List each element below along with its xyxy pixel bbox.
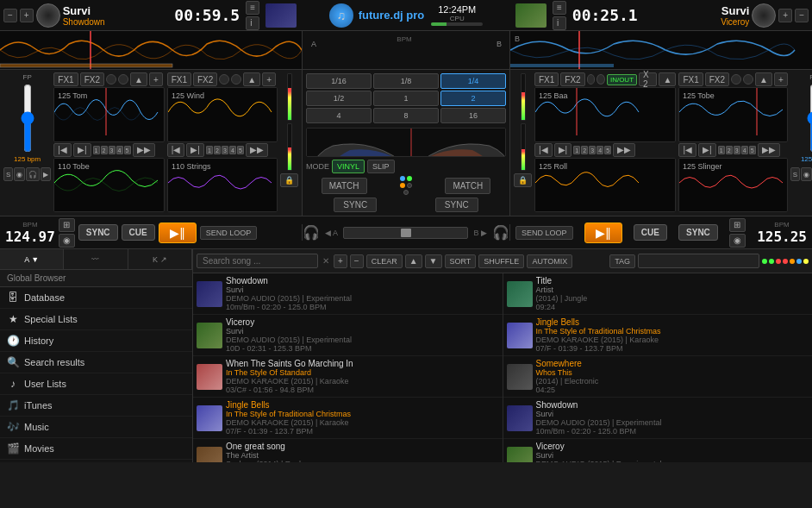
match-btn-left[interactable]: MATCH — [322, 178, 367, 194]
beat-2[interactable]: 2 — [440, 91, 506, 106]
beat-1-4[interactable]: 1/4 — [440, 73, 506, 89]
next-b[interactable]: ▶| — [554, 143, 572, 157]
knob4-b[interactable] — [743, 74, 753, 85]
btn-grid-a[interactable]: ⊞ — [59, 218, 75, 232]
sidebar-item-user-lists[interactable]: ♪ User Lists — [0, 373, 192, 395]
clear-btn[interactable]: CLEAR — [366, 254, 403, 268]
pitch-slider-b[interactable] — [808, 84, 812, 153]
btn-s-b[interactable]: S — [790, 167, 800, 181]
arrow-down2-a[interactable]: + — [262, 72, 276, 86]
x2-btn-b[interactable]: X 2 — [639, 72, 657, 86]
track-row[interactable]: ShowdownSurviDEMO AUDIO (2015) | Experim… — [503, 398, 813, 439]
send-loop-btn-a[interactable]: SEND LOOP — [200, 226, 258, 240]
track-row[interactable]: When The Saints Go Marching InIn The Sty… — [193, 356, 503, 398]
track-row[interactable]: Jingle BellsIn The Style of Traditional … — [193, 398, 503, 439]
track-row[interactable]: SomewhereWhos This(2014) | Electronic04:… — [503, 356, 813, 398]
tab-a-deck[interactable]: A ▼ — [0, 249, 64, 269]
arrow-down2-b[interactable]: + — [774, 72, 788, 86]
btn-arrow-a[interactable]: ▶ — [41, 167, 51, 181]
track-row[interactable]: Jingle BellsIn The Style of Traditional … — [503, 315, 813, 356]
fx2-btn-b2[interactable]: FX2 — [705, 72, 729, 86]
btn-settings-b[interactable]: ≡ — [553, 1, 566, 15]
btn-grid-b[interactable]: ⊞ — [729, 218, 746, 232]
ff3-b[interactable]: ▶▶ — [758, 143, 780, 157]
play-btn-b[interactable]: ▶‖ — [584, 223, 622, 243]
btn-info-b[interactable]: i — [553, 16, 566, 30]
beat-1-16[interactable]: 1/16 — [306, 73, 372, 89]
search-input[interactable] — [197, 254, 318, 268]
mode-slip[interactable]: SLIP — [367, 160, 395, 173]
crossfader[interactable] — [343, 227, 468, 239]
fx1-btn-b2[interactable]: FX1 — [678, 72, 703, 86]
prev3-b[interactable]: |◀ — [678, 143, 696, 157]
pitch-slider-a[interactable] — [22, 84, 34, 153]
lock-b[interactable]: 🔒 — [514, 173, 532, 187]
arrow-up-a[interactable]: ▲ — [130, 72, 147, 86]
crossfader-area[interactable] — [343, 227, 468, 239]
fx1-btn-a2[interactable]: FX1 — [167, 72, 191, 86]
btn-headphones-b2[interactable]: ◉ — [729, 234, 746, 248]
btn-headphones-a[interactable]: ◉ — [59, 234, 75, 248]
arrow-up2-b[interactable]: ▲ — [755, 72, 772, 86]
btn-info-a[interactable]: i — [246, 16, 259, 30]
search-clear-x[interactable]: ✕ — [321, 256, 331, 266]
tab-key[interactable]: K ↗ — [128, 249, 192, 269]
mode-vinyl[interactable]: VINYL — [332, 160, 365, 173]
fx2-btn-a[interactable]: FX2 — [80, 72, 104, 86]
lock-a[interactable]: 🔒 — [280, 173, 298, 187]
next3-b[interactable]: ▶| — [698, 143, 716, 157]
sync-btn-center-right[interactable]: SYNC — [435, 198, 478, 212]
vinyl-b[interactable] — [752, 3, 776, 28]
btn-minus-a[interactable]: − — [3, 9, 17, 22]
fx2-btn-a2[interactable]: FX2 — [193, 72, 217, 86]
btn-m-a[interactable]: ◉ — [14, 167, 25, 181]
sidebar-item-movies[interactable]: 🎬 Movies — [0, 438, 192, 460]
btn-plus-b[interactable]: + — [778, 9, 792, 22]
beat-4[interactable]: 4 — [306, 108, 372, 123]
arrow-up2-a[interactable]: ▲ — [243, 72, 260, 86]
tag-btn[interactable]: TAG — [609, 254, 635, 268]
sort-up-btn[interactable]: ▲ — [405, 254, 422, 268]
sync-btn-a[interactable]: SYNC — [78, 224, 118, 241]
track-row[interactable]: One great songThe ArtistSynkron (2014) |… — [193, 439, 503, 462]
beat-1-2[interactable]: 1/2 — [306, 91, 372, 106]
track-row[interactable]: ShowdownSurviDEMO AUDIO (2015) | Experim… — [193, 273, 503, 315]
btn-plus-a[interactable]: + — [20, 9, 34, 22]
next-a[interactable]: ▶| — [73, 143, 91, 157]
knob1-b[interactable] — [587, 74, 596, 85]
btn-minus-b[interactable]: − — [795, 9, 809, 22]
shuffle-btn[interactable]: SHUFFLE — [478, 254, 524, 268]
arrow-down-a[interactable]: + — [149, 72, 163, 86]
automix-btn[interactable]: AUTOMIX — [527, 254, 572, 268]
sidebar-item-music[interactable]: 🎶 Music — [0, 417, 192, 438]
next2-a[interactable]: ▶| — [186, 143, 204, 157]
fx2-btn-b[interactable]: FX2 — [560, 72, 584, 86]
prev-a[interactable]: |◀ — [53, 143, 72, 157]
track-row[interactable]: ViceroySurviDEMO AUDIO (2015) | Experime… — [193, 315, 503, 356]
sync-btn-b[interactable]: SYNC — [678, 224, 718, 241]
cue-btn-a[interactable]: CUE — [122, 224, 155, 241]
beat-16[interactable]: 16 — [440, 108, 506, 123]
knob3-b[interactable] — [731, 74, 741, 85]
beat-8[interactable]: 8 — [373, 108, 439, 123]
knob2-b[interactable] — [597, 74, 605, 85]
prev2-a[interactable]: |◀ — [167, 143, 185, 157]
knob3-a[interactable] — [219, 74, 229, 85]
sidebar-item-special-lists[interactable]: ★ Special Lists — [0, 309, 192, 330]
tag-input[interactable] — [638, 254, 759, 268]
btn-m-b[interactable]: ◉ — [801, 167, 812, 181]
remove-btn[interactable]: − — [350, 254, 364, 268]
tab-waveform[interactable]: 〰 — [64, 249, 128, 269]
sort-down-btn[interactable]: ▼ — [425, 254, 442, 268]
sync-btn-center-left[interactable]: SYNC — [334, 198, 377, 212]
inout-btn-b[interactable]: IN/OUT — [607, 74, 637, 85]
beat-1[interactable]: 1 — [373, 91, 439, 106]
send-loop-btn-b[interactable]: SEND LOOP — [515, 226, 573, 240]
add-btn[interactable]: + — [334, 254, 347, 268]
fx1-btn-a[interactable]: FX1 — [53, 72, 78, 86]
beat-1-8[interactable]: 1/8 — [373, 73, 439, 89]
match-btn-right[interactable]: MATCH — [445, 178, 490, 194]
vinyl-a[interactable] — [36, 3, 60, 28]
btn-settings-a[interactable]: ≡ — [246, 1, 259, 15]
ff-b[interactable]: ▶▶ — [613, 143, 635, 157]
